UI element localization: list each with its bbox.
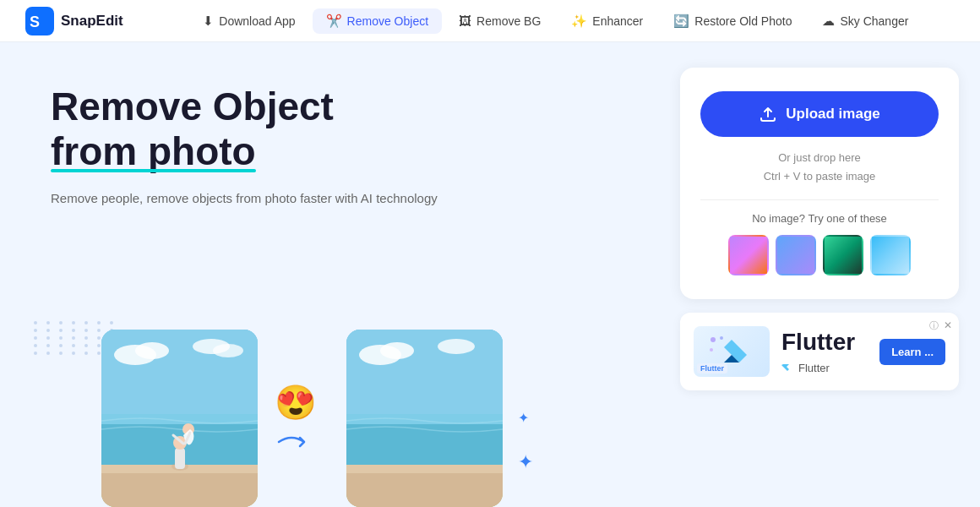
svg-point-19 (380, 342, 414, 359)
sample-thumb-2[interactable] (776, 235, 816, 275)
nav-item-sky-changer[interactable]: ☁ Sky Changer (808, 8, 922, 34)
hero-title-line1: Remove Object (51, 84, 334, 128)
demo-area: // dots rendered via inline (34, 313, 659, 507)
svg-point-26 (720, 336, 723, 340)
svg-text:S: S (30, 14, 40, 30)
nav-label-enhancer: Enhancer (592, 14, 643, 28)
svg-rect-24 (346, 465, 503, 473)
svg-point-6 (213, 344, 243, 357)
upload-icon (759, 105, 777, 123)
ad-close-button[interactable]: ✕ (944, 319, 952, 331)
restore-icon: 🔄 (673, 14, 689, 29)
right-panel: Upload image Or just drop here Ctrl + V … (659, 42, 980, 507)
ad-footer-text: Flutter (798, 362, 830, 374)
nav-label-sky-changer: Sky Changer (840, 14, 908, 28)
beach-before-scene (101, 330, 258, 507)
arrow-area: 😍 (266, 330, 325, 507)
nav-item-download-app[interactable]: ⬇ Download App (189, 8, 308, 34)
main-nav: ⬇ Download App ✂️ Remove Object 🖼 Remove… (157, 8, 955, 34)
ad-cta-button[interactable]: Learn ... (879, 339, 945, 365)
flutter-badge: Flutter (697, 363, 727, 373)
sparkle-top-icon: ✦ (518, 410, 533, 426)
nav-item-remove-object[interactable]: ✂️ Remove Object (313, 8, 442, 34)
svg-point-27 (710, 348, 713, 352)
svg-point-25 (710, 337, 716, 342)
hero-title: Remove Object from photo (51, 84, 617, 174)
image-icon: 🖼 (459, 14, 471, 28)
sample-images (700, 235, 939, 275)
svg-rect-17 (346, 330, 503, 418)
hero-subtitle: Remove people, remove objects from photo… (51, 191, 490, 205)
svg-rect-21 (346, 418, 503, 469)
header: S SnapEdit ⬇ Download App ✂️ Remove Obje… (0, 0, 980, 42)
sparkle-icon: ✨ (571, 14, 587, 29)
svg-rect-12 (175, 448, 185, 469)
ad-footer-logo (781, 361, 793, 374)
drop-hint-line2: Ctrl + V to paste image (700, 167, 939, 186)
demo-card-after (346, 330, 503, 507)
drop-hint: Or just drop here Ctrl + V to paste imag… (700, 149, 939, 186)
upload-card: Upload image Or just drop here Ctrl + V … (680, 68, 959, 299)
ad-logo-area: Flutter (694, 326, 770, 377)
sample-label: No image? Try one of these (700, 212, 939, 225)
scissors-icon: ✂️ (326, 14, 342, 29)
ad-brand-name: Flutter (781, 329, 868, 356)
svg-marker-31 (781, 364, 789, 371)
dot-pattern-decoration: // dots rendered via inline (34, 321, 110, 397)
nav-label-download-app: Download App (219, 14, 295, 28)
nav-item-enhancer[interactable]: ✨ Enhancer (558, 8, 656, 34)
arrow-decoration (275, 429, 317, 455)
nav-label-remove-bg: Remove BG (476, 14, 541, 28)
demo-card-before (101, 330, 258, 507)
logo[interactable]: S SnapEdit (25, 7, 123, 35)
sparkles-decoration: ✦ ✦ (518, 410, 533, 473)
divider (700, 199, 939, 200)
nav-item-restore-old-photo[interactable]: 🔄 Restore Old Photo (660, 8, 805, 34)
nav-item-remove-bg[interactable]: 🖼 Remove BG (445, 8, 554, 33)
before-scene-svg (101, 330, 258, 507)
logo-text: SnapEdit (61, 13, 123, 30)
sample-thumb-1[interactable] (728, 235, 769, 275)
upload-image-button[interactable]: Upload image (700, 91, 939, 137)
nav-label-restore-old-photo: Restore Old Photo (694, 14, 792, 28)
emoji-face-decoration: 😍 (275, 383, 317, 422)
sample-thumb-3[interactable] (823, 235, 863, 275)
beach-after-scene (346, 330, 503, 507)
drop-hint-line1: Or just drop here (700, 149, 939, 167)
ad-footer: Flutter (781, 361, 868, 374)
svg-point-4 (135, 342, 169, 359)
svg-rect-9 (101, 469, 258, 507)
svg-rect-2 (101, 330, 258, 418)
upload-button-label: Upload image (786, 106, 879, 123)
snapedit-logo-icon: S (25, 7, 54, 35)
left-panel: Remove Object from photo Remove people, … (0, 42, 659, 507)
sparkle-bottom-icon: ✦ (518, 451, 533, 473)
sample-thumb-4[interactable] (870, 235, 911, 275)
svg-point-20 (438, 339, 475, 354)
hero-title-line2: from photo (51, 129, 256, 174)
main-content: Remove Object from photo Remove people, … (0, 42, 980, 507)
svg-rect-23 (346, 469, 503, 507)
ad-card: ⓘ ✕ Flutter Flutter (680, 313, 959, 390)
ad-info-icon[interactable]: ⓘ (929, 319, 939, 332)
flutter-small-icon (781, 361, 793, 373)
download-icon: ⬇ (203, 14, 214, 29)
after-scene-svg (346, 330, 503, 507)
nav-label-remove-object: Remove Object (347, 14, 428, 28)
cloud-icon: ☁ (822, 14, 835, 29)
ad-content: Flutter Flutter (781, 329, 868, 374)
